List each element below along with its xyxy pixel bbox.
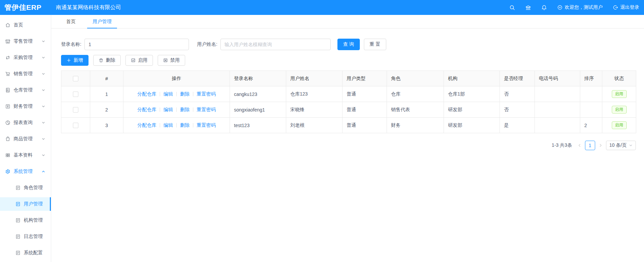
delete-link[interactable]: 删除 [180, 91, 190, 97]
reset-password-link[interactable]: 重置密码 [197, 122, 216, 128]
reset-password-link[interactable]: 重置密码 [197, 91, 216, 97]
tab-user-management[interactable]: 用户管理 [87, 15, 117, 28]
sidebar-item-retail[interactable]: 零售管理 [0, 35, 51, 48]
col-actions: 操作 [123, 71, 230, 86]
tab-home[interactable]: 首页 [61, 15, 81, 28]
sidebar-item-system-config[interactable]: 系统配置 [0, 246, 51, 260]
col-status: 状态 [602, 71, 636, 86]
cell-actions: 分配仓库编辑删除重置密码 [123, 118, 230, 133]
user-menu[interactable]: 欢迎您，测试用户 [557, 4, 603, 11]
select-all-checkbox[interactable] [73, 76, 78, 81]
delete-button[interactable]: 删除 [93, 55, 121, 66]
reset-button[interactable]: 重 置 [364, 39, 386, 50]
cell-org: 研发部 [444, 102, 500, 118]
sidebar-item-org-management[interactable]: 机构管理 [0, 214, 51, 227]
bank-icon[interactable] [525, 5, 531, 11]
chevron-up-icon [42, 170, 45, 173]
disable-button[interactable]: 禁用 [158, 55, 185, 66]
gear-icon [5, 169, 11, 174]
chevron-down-icon [42, 137, 45, 141]
query-button[interactable]: 查 询 [337, 39, 360, 50]
cart-icon [5, 71, 11, 77]
assign-warehouse-link[interactable]: 分配仓库 [137, 122, 156, 128]
delete-link[interactable]: 删除 [180, 107, 190, 112]
cell-sort: 2 [580, 118, 602, 133]
x-square-icon [163, 58, 168, 63]
table-row: 1 分配仓库编辑删除重置密码 cangku123 仓库123 普通 仓库 仓库1… [61, 86, 636, 102]
table-toolbar: 新增 删除 启用 禁用 [61, 55, 636, 66]
sidebar-item-basic-data[interactable]: 基本资料 [0, 148, 51, 162]
search-icon[interactable] [509, 5, 515, 11]
col-login-name: 登录名称 [230, 71, 286, 86]
delete-link[interactable]: 删除 [180, 122, 190, 128]
edit-link[interactable]: 编辑 [163, 107, 173, 112]
add-button[interactable]: 新增 [61, 55, 89, 66]
sidebar-item-finance[interactable]: 财务管理 [0, 100, 51, 113]
assign-warehouse-link[interactable]: 分配仓库 [137, 107, 156, 112]
cell-login: test123 [230, 118, 286, 133]
row-checkbox[interactable] [73, 92, 78, 97]
cabinet-icon [5, 87, 11, 93]
login-name-label: 登录名称: [61, 41, 81, 47]
logout-button[interactable]: 退出登录 [613, 4, 639, 11]
pagination-total: 1-3 共3条 [552, 142, 572, 148]
cell-type: 普通 [343, 118, 387, 133]
assign-warehouse-link[interactable]: 分配仓库 [137, 91, 156, 97]
edit-link[interactable]: 编辑 [163, 122, 173, 128]
login-name-input[interactable] [84, 39, 189, 50]
sidebar-item-reports[interactable]: 报表查询 [0, 116, 51, 129]
cell-type: 普通 [343, 102, 387, 118]
status-badge[interactable]: 启用 [612, 106, 627, 114]
document-icon [15, 185, 21, 190]
status-badge[interactable]: 启用 [612, 121, 627, 129]
pie-chart-icon [5, 120, 11, 125]
user-name-label: 用户姓名: [197, 41, 217, 47]
down-circle-icon [557, 5, 563, 10]
bag-icon [5, 136, 11, 142]
cell-manager: 否 [500, 86, 535, 102]
sidebar-item-purchase[interactable]: 采购管理 [0, 51, 51, 64]
search-form: 登录名称: 用户姓名: 查 询 重 置 [61, 39, 636, 50]
col-user-type: 用户类型 [343, 71, 387, 86]
divider [193, 123, 193, 127]
divider [160, 123, 160, 127]
cell-org: 研发部 [444, 118, 500, 133]
sidebar-item-system[interactable]: 系统管理 [0, 165, 51, 178]
cell-name: 仓库123 [286, 86, 343, 102]
divider [193, 107, 193, 112]
sidebar-item-user-management[interactable]: 用户管理 [0, 197, 51, 211]
page-number[interactable]: 1 [585, 141, 595, 150]
tab-bar: 首页 用户管理 [51, 15, 644, 28]
edit-link[interactable]: 编辑 [163, 91, 173, 97]
sidebar-item-sales[interactable]: 销售管理 [0, 67, 51, 81]
chevron-down-icon [42, 88, 45, 92]
row-checkbox[interactable] [73, 123, 78, 128]
status-badge[interactable]: 启用 [612, 90, 627, 98]
sidebar-item-log-management[interactable]: 日志管理 [0, 230, 51, 243]
cell-index: 2 [90, 102, 123, 118]
sidebar-item-warehouse[interactable]: 仓库管理 [0, 83, 51, 97]
cell-type: 普通 [343, 86, 387, 102]
prev-page-icon[interactable] [578, 143, 582, 147]
swap-icon [5, 55, 11, 60]
bell-icon[interactable] [541, 5, 547, 11]
cell-manager: 是 [500, 118, 535, 133]
reset-password-link[interactable]: 重置密码 [197, 107, 216, 112]
divider [176, 107, 177, 112]
next-page-icon[interactable] [599, 143, 603, 147]
sidebar-item-role-management[interactable]: 角色管理 [0, 181, 51, 195]
col-is-manager: 是否经理 [500, 71, 535, 86]
row-checkbox[interactable] [73, 107, 78, 113]
check-square-icon [131, 58, 136, 63]
cell-index: 3 [90, 118, 123, 133]
cell-login: songxiaofeng1 [230, 102, 286, 118]
user-name-input[interactable] [220, 39, 331, 50]
col-sort: 排序 [580, 71, 602, 86]
cell-role: 仓库 [387, 86, 444, 102]
sidebar-item-products[interactable]: 商品管理 [0, 132, 51, 146]
sidebar-item-home[interactable]: 首页 [0, 18, 51, 32]
enable-button[interactable]: 启用 [125, 55, 153, 66]
plus-icon [66, 58, 71, 63]
page-size-select[interactable]: 10 条/页 [606, 141, 636, 150]
app-logo: 管伊佳ERP [0, 3, 51, 12]
